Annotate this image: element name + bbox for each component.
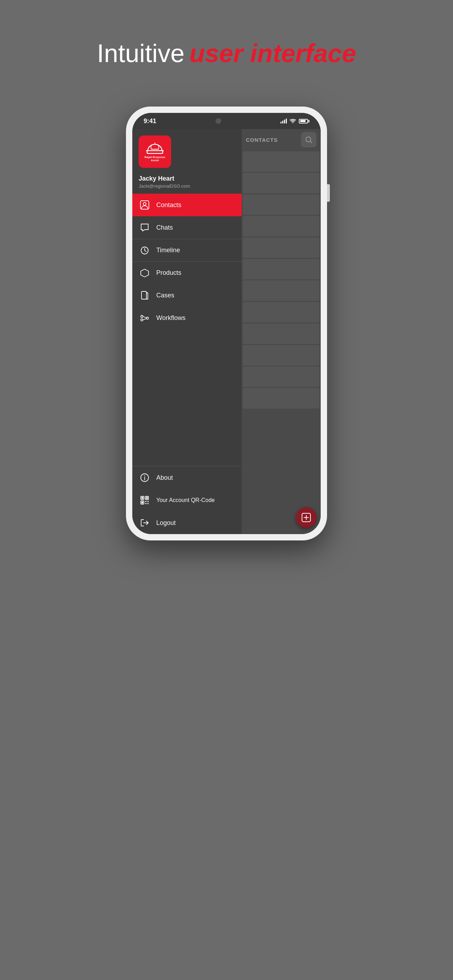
svg-rect-17 bbox=[148, 501, 149, 502]
page-heading: Intuitive user interface bbox=[97, 39, 356, 68]
status-time: 9:41 bbox=[144, 118, 156, 125]
volume-button bbox=[327, 184, 330, 202]
content-row bbox=[243, 280, 319, 301]
content-row bbox=[243, 216, 319, 236]
svg-rect-19 bbox=[148, 503, 149, 504]
svg-point-20 bbox=[306, 137, 311, 142]
user-name: Jacky Heart bbox=[139, 175, 235, 182]
nav-label-logout: Logout bbox=[156, 519, 176, 527]
user-info: Jacky Heart Jacki@regionalDSO.com bbox=[132, 171, 242, 194]
nav-item-about[interactable]: About bbox=[132, 466, 242, 489]
svg-rect-18 bbox=[145, 503, 146, 504]
workflows-icon bbox=[139, 312, 151, 324]
nav-bottom: About bbox=[132, 466, 242, 534]
chats-icon bbox=[139, 221, 151, 234]
content-row bbox=[243, 388, 319, 409]
phone-frame: 9:41 bbox=[126, 107, 327, 541]
fab-icon bbox=[300, 512, 312, 523]
phone-screen: 9:41 bbox=[132, 113, 321, 534]
logo-area: Rapid ResponseAssist bbox=[132, 129, 242, 171]
products-icon bbox=[139, 267, 151, 279]
nav-label-workflows: Workflows bbox=[156, 314, 186, 322]
logo-text: Rapid ResponseAssist bbox=[145, 156, 165, 162]
nav-label-contacts: Contacts bbox=[156, 201, 181, 209]
content-row bbox=[243, 151, 319, 172]
heading-highlight: user interface bbox=[189, 39, 356, 68]
nav-label-products: Products bbox=[156, 269, 181, 277]
svg-rect-13 bbox=[141, 497, 143, 499]
contacts-icon bbox=[139, 199, 151, 211]
svg-point-0 bbox=[292, 123, 293, 123]
content-row bbox=[243, 259, 319, 279]
side-menu: Rapid ResponseAssist Jacky Heart Jacki@r… bbox=[132, 129, 242, 534]
nav-items: Contacts Chats bbox=[132, 194, 242, 534]
nav-label-timeline: Timeline bbox=[156, 247, 180, 254]
app-content: Rapid ResponseAssist Jacky Heart Jacki@r… bbox=[132, 129, 321, 534]
main-content: CONTACTS bbox=[242, 129, 321, 534]
svg-rect-14 bbox=[146, 497, 148, 499]
contacts-header-label: CONTACTS bbox=[246, 137, 278, 143]
helmet-icon bbox=[145, 142, 165, 156]
content-row bbox=[243, 237, 319, 258]
nav-label-cases: Cases bbox=[156, 292, 174, 299]
nav-item-products[interactable]: Products bbox=[132, 261, 242, 284]
timeline-icon bbox=[139, 245, 151, 256]
nav-item-logout[interactable]: Logout bbox=[132, 512, 242, 534]
content-row bbox=[243, 194, 319, 215]
svg-point-2 bbox=[143, 202, 146, 205]
about-icon bbox=[139, 472, 151, 484]
nav-label-qrcode: Your Account QR-Code bbox=[156, 497, 215, 503]
wifi-icon bbox=[290, 119, 296, 124]
nav-item-qrcode[interactable]: Your Account QR-Code bbox=[132, 489, 242, 512]
content-list bbox=[242, 150, 321, 534]
user-email: Jacki@regionalDSO.com bbox=[139, 183, 235, 189]
content-row bbox=[243, 323, 319, 344]
status-camera bbox=[216, 118, 221, 124]
content-row bbox=[243, 173, 319, 193]
qrcode-icon bbox=[139, 494, 151, 506]
nav-item-timeline[interactable]: Timeline bbox=[132, 239, 242, 261]
svg-point-9 bbox=[144, 476, 145, 476]
svg-rect-16 bbox=[145, 501, 146, 502]
nav-label-chats: Chats bbox=[156, 224, 173, 231]
content-row bbox=[243, 366, 319, 387]
status-icons bbox=[280, 119, 309, 124]
search-icon bbox=[305, 136, 313, 143]
content-row bbox=[243, 302, 319, 323]
app-logo: Rapid ResponseAssist bbox=[139, 135, 171, 168]
nav-item-chats[interactable]: Chats bbox=[132, 216, 242, 239]
status-bar: 9:41 bbox=[132, 113, 321, 129]
nav-item-workflows[interactable]: Workflows bbox=[132, 307, 242, 329]
nav-label-about: About bbox=[156, 474, 173, 482]
content-row bbox=[243, 345, 319, 366]
battery-icon bbox=[299, 119, 309, 124]
nav-item-contacts[interactable]: Contacts bbox=[132, 194, 242, 216]
fab-button[interactable] bbox=[296, 507, 316, 528]
cases-icon bbox=[139, 289, 151, 301]
main-header: CONTACTS bbox=[242, 129, 321, 150]
svg-rect-15 bbox=[141, 502, 143, 503]
heading-normal: Intuitive bbox=[97, 39, 184, 68]
nav-item-cases[interactable]: Cases bbox=[132, 284, 242, 307]
search-button[interactable] bbox=[301, 132, 316, 148]
svg-rect-4 bbox=[141, 291, 146, 299]
signal-icon bbox=[280, 119, 287, 124]
logout-icon bbox=[139, 517, 151, 529]
svg-point-7 bbox=[146, 317, 149, 319]
